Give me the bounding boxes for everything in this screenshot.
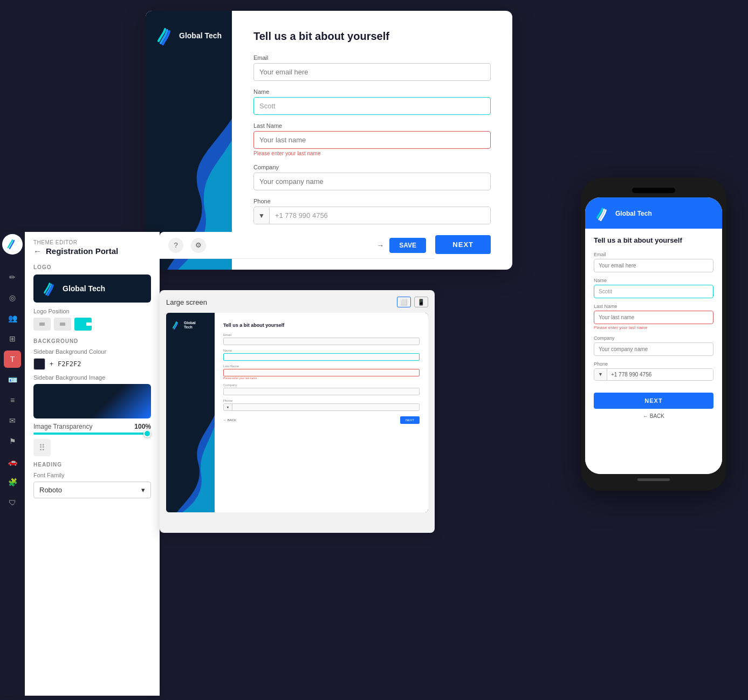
editor-icon-card[interactable]: 🪪 (4, 371, 21, 388)
background-section-title: BACKGROUND (33, 338, 151, 344)
color-swatch-dark[interactable] (33, 358, 45, 370)
phone-phone-group: Phone ▼ (594, 361, 713, 381)
font-family-select[interactable]: Roboto ▾ (33, 482, 151, 498)
help-icon[interactable]: ? (168, 238, 183, 253)
editor-icon-tag[interactable]: T (4, 351, 21, 368)
toolbar-icons: ? ⚙ (168, 238, 206, 253)
phone-body: Tell us a bit about yourself Email Name … (585, 229, 722, 474)
email-label: Email (253, 54, 491, 61)
preview-lastname-error: Please enter your last name (223, 376, 420, 380)
sidebar-bg-colour-label: Sidebar Background Colour (33, 348, 151, 355)
email-input[interactable] (253, 63, 491, 81)
company-label: Company (253, 164, 491, 170)
editor-icon-shield[interactable]: 🛡 (4, 494, 21, 511)
phone-company-input[interactable] (594, 342, 713, 356)
company-input[interactable] (253, 173, 491, 190)
lastname-error: Please enter your last name (253, 150, 491, 156)
phone-email-group: Email (594, 252, 713, 272)
preview-wave (177, 415, 215, 512)
editor-icon-car[interactable]: 🚗 (4, 453, 21, 470)
editor-icon-puzzle[interactable]: 🧩 (4, 473, 21, 491)
pattern-icon[interactable]: ⠿ (33, 439, 51, 456)
phone-group: Phone ▼ (253, 198, 491, 224)
desktop-screen-btn[interactable]: ⬜ (397, 297, 411, 307)
paper-form: Global Tech Tell us a bit about yourself… (146, 11, 512, 270)
preview-window: Large screen ⬜ 📱 GlobalTech Tell us a bi… (160, 290, 435, 533)
logo-icon (155, 26, 175, 45)
preview-label: Large screen (166, 298, 207, 306)
phone-logo-icon (595, 206, 610, 221)
phone-phone-flag: ▼ (594, 369, 607, 380)
editor-icon-flag[interactable]: ⚑ (4, 433, 21, 450)
preview-actions: ← BACK NEXT (223, 416, 420, 424)
lastname-input[interactable] (253, 131, 491, 149)
editor-icon-edit[interactable]: ✏ (4, 269, 21, 286)
phone-lastname-label: Last Name (594, 304, 713, 309)
editor-sidebar: ✏ ◎ 👥 ⊞ T 🪪 ≡ ✉ ⚑ 🚗 🧩 🛡 (0, 232, 25, 696)
preview-next-btn: NEXT (400, 416, 420, 424)
editor-title-row: ← Registration Portal (33, 246, 151, 256)
editor-icon-mail[interactable]: ✉ (4, 412, 21, 429)
preview-frame: GlobalTech Tell us a bit about yourself … (166, 313, 428, 512)
phone-input[interactable] (270, 207, 490, 224)
editor-icon-users[interactable]: 👥 (4, 310, 21, 327)
sidebar-bg-image-label: Sidebar Background Image (33, 374, 151, 381)
settings-icon[interactable]: ⚙ (191, 238, 206, 253)
name-input[interactable] (253, 97, 491, 115)
phone-name-input[interactable] (594, 285, 713, 298)
logo-preview-brand: Global Tech (63, 284, 105, 293)
paper-form-heading: Tell us a bit about yourself (253, 30, 491, 43)
preview-email-input (223, 338, 420, 345)
transparency-slider[interactable] (33, 433, 151, 435)
preview-lastname-group: Last Name Please enter your last name (223, 365, 420, 380)
company-group: Company (253, 164, 491, 190)
font-family-value: Roboto (39, 486, 62, 494)
toolbar-right: → SAVE (376, 238, 426, 253)
next-button[interactable]: NEXT (435, 235, 491, 254)
phone-flag: ▼ (254, 208, 270, 224)
chevron-down-icon: ▾ (141, 486, 145, 494)
phone-email-label: Email (594, 252, 713, 257)
phone-next-button[interactable]: NEXT (594, 393, 713, 409)
phone-name-group: Name (594, 278, 713, 298)
font-family-label: Font Family (33, 472, 151, 478)
heading-section-title: HEADING (33, 462, 151, 468)
save-button[interactable]: SAVE (389, 238, 426, 253)
phone-label: Phone (253, 198, 491, 204)
phone-phone-row: ▼ (594, 368, 713, 381)
mobile-screen-btn[interactable]: 📱 (414, 297, 428, 307)
color-swatch-hash: + (50, 360, 53, 368)
editor-icon-grid[interactable]: ⊞ (4, 330, 21, 347)
name-group: Name (253, 88, 491, 115)
editor-breadcrumb: THEME EDITOR (33, 239, 151, 245)
logo-pos-right[interactable] (74, 318, 92, 331)
phone-phone-input[interactable] (607, 369, 713, 380)
export-icon[interactable]: → (376, 241, 384, 250)
logo-pos-center[interactable] (54, 318, 71, 331)
lastname-label: Last Name (253, 122, 491, 129)
preview-phone-row: ▼ (223, 403, 420, 411)
phone-form-title: Tell us a bit about yourself (594, 236, 713, 244)
bg-image-preview (33, 384, 151, 418)
preview-name-input (223, 353, 420, 361)
editor-icon-location[interactable]: ◎ (4, 289, 21, 306)
preview-logo-text: GlobalTech (184, 321, 196, 330)
logo-preview-box: Global Tech (33, 274, 151, 303)
preview-inner-sidebar: GlobalTech (166, 313, 215, 512)
lastname-group: Last Name Please enter your last name (253, 122, 491, 156)
logo-pos-left[interactable] (33, 318, 51, 331)
preview-email-group: Email (223, 333, 420, 345)
editor-toolbar: ? ⚙ → SAVE (160, 232, 435, 259)
phone-back-button[interactable]: ← BACK (594, 413, 713, 419)
preview-header: Large screen ⬜ 📱 (166, 297, 428, 307)
paper-sidebar-brand-text: Global Tech (179, 31, 222, 40)
preview-logo-icon (171, 320, 181, 330)
preview-phone-group: Phone ▼ (223, 399, 420, 411)
phone-email-input[interactable] (594, 259, 713, 272)
editor-icon-list[interactable]: ≡ (4, 392, 21, 409)
editor-app-logo (2, 234, 23, 255)
transparency-value: 100% (134, 423, 151, 430)
editor-back-icon[interactable]: ← (33, 246, 42, 256)
phone-name-label: Name (594, 278, 713, 283)
phone-lastname-input[interactable] (594, 311, 713, 324)
